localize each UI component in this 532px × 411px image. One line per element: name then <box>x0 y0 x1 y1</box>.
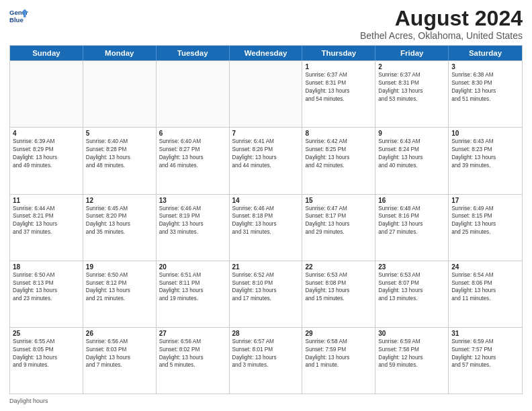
day-info: Sunrise: 6:42 AM Sunset: 8:25 PM Dayligh… <box>305 138 372 170</box>
day-info: Sunrise: 6:51 AM Sunset: 8:11 PM Dayligh… <box>159 271 226 304</box>
day-info: Sunrise: 6:38 AM Sunset: 8:30 PM Dayligh… <box>451 71 519 103</box>
day-number: 18 <box>13 263 80 271</box>
cal-header-cell: Sunday <box>10 46 83 60</box>
cal-header-cell: Friday <box>375 46 449 60</box>
cal-cell <box>10 61 83 127</box>
cal-cell <box>83 61 157 127</box>
cal-week-row: 18Sunrise: 6:50 AM Sunset: 8:13 PM Dayli… <box>10 261 522 327</box>
header: General Blue August 2024 Bethel Acres, O… <box>9 7 523 41</box>
cal-cell: 21Sunrise: 6:52 AM Sunset: 8:10 PM Dayli… <box>230 261 303 327</box>
day-number: 2 <box>378 63 445 71</box>
day-number: 24 <box>451 263 519 271</box>
day-number: 26 <box>86 330 153 337</box>
day-number: 4 <box>13 130 80 137</box>
day-number: 23 <box>378 263 445 271</box>
day-info: Sunrise: 6:56 AM Sunset: 8:02 PM Dayligh… <box>159 338 226 370</box>
cal-cell: 20Sunrise: 6:51 AM Sunset: 8:11 PM Dayli… <box>157 261 230 327</box>
cal-cell: 30Sunrise: 6:59 AM Sunset: 7:58 PM Dayli… <box>375 328 449 394</box>
day-info: Sunrise: 6:55 AM Sunset: 8:05 PM Dayligh… <box>13 338 80 370</box>
day-info: Sunrise: 6:48 AM Sunset: 8:16 PM Dayligh… <box>378 205 445 237</box>
day-number: 8 <box>305 130 372 137</box>
day-info: Sunrise: 6:50 AM Sunset: 8:13 PM Dayligh… <box>13 271 80 304</box>
cal-cell: 25Sunrise: 6:55 AM Sunset: 8:05 PM Dayli… <box>10 328 83 394</box>
cal-cell: 6Sunrise: 6:40 AM Sunset: 8:27 PM Daylig… <box>157 128 230 193</box>
day-number: 27 <box>159 330 226 337</box>
day-number: 10 <box>451 130 519 137</box>
cal-cell: 22Sunrise: 6:53 AM Sunset: 8:08 PM Dayli… <box>302 261 375 327</box>
cal-cell: 9Sunrise: 6:43 AM Sunset: 8:24 PM Daylig… <box>375 128 449 193</box>
day-number: 31 <box>451 330 519 337</box>
day-number: 16 <box>378 197 445 204</box>
cal-cell: 27Sunrise: 6:56 AM Sunset: 8:02 PM Dayli… <box>157 328 230 394</box>
day-info: Sunrise: 6:46 AM Sunset: 8:18 PM Dayligh… <box>232 205 300 237</box>
main-title: August 2024 <box>360 7 523 30</box>
day-number: 15 <box>305 197 372 204</box>
cal-cell: 29Sunrise: 6:58 AM Sunset: 7:59 PM Dayli… <box>302 328 375 394</box>
day-info: Sunrise: 6:53 AM Sunset: 8:08 PM Dayligh… <box>305 271 372 304</box>
cal-cell: 31Sunrise: 6:59 AM Sunset: 7:57 PM Dayli… <box>449 328 522 394</box>
day-number: 3 <box>451 63 519 71</box>
cal-cell: 1Sunrise: 6:37 AM Sunset: 8:31 PM Daylig… <box>302 61 375 127</box>
calendar: SundayMondayTuesdayWednesdayThursdayFrid… <box>9 45 523 394</box>
day-number: 9 <box>378 130 445 137</box>
day-number: 12 <box>86 197 153 204</box>
day-number: 19 <box>86 263 153 271</box>
cal-header-cell: Monday <box>83 46 157 60</box>
cal-cell: 5Sunrise: 6:40 AM Sunset: 8:28 PM Daylig… <box>83 128 157 193</box>
day-number: 30 <box>378 330 445 337</box>
day-number: 22 <box>305 263 372 271</box>
day-info: Sunrise: 6:44 AM Sunset: 8:21 PM Dayligh… <box>13 205 80 237</box>
day-info: Sunrise: 6:47 AM Sunset: 8:17 PM Dayligh… <box>305 205 372 237</box>
day-number: 5 <box>86 130 153 137</box>
logo-icon: General Blue <box>9 7 28 26</box>
logo: General Blue <box>9 7 28 26</box>
day-number: 6 <box>159 130 226 137</box>
day-number: 14 <box>232 197 300 204</box>
calendar-header-row: SundayMondayTuesdayWednesdayThursdayFrid… <box>10 46 522 60</box>
title-block: August 2024 Bethel Acres, Oklahoma, Unit… <box>360 7 523 41</box>
cal-cell <box>230 61 303 127</box>
cal-cell: 16Sunrise: 6:48 AM Sunset: 8:16 PM Dayli… <box>375 195 449 261</box>
cal-cell: 19Sunrise: 6:50 AM Sunset: 8:12 PM Dayli… <box>83 261 157 327</box>
cal-header-cell: Thursday <box>302 46 375 60</box>
cal-cell: 23Sunrise: 6:53 AM Sunset: 8:07 PM Dayli… <box>375 261 449 327</box>
day-number: 7 <box>232 130 300 137</box>
day-info: Sunrise: 6:58 AM Sunset: 7:59 PM Dayligh… <box>305 338 372 370</box>
day-number: 20 <box>159 263 226 271</box>
day-info: Sunrise: 6:37 AM Sunset: 8:31 PM Dayligh… <box>305 71 372 103</box>
day-info: Sunrise: 6:56 AM Sunset: 8:03 PM Dayligh… <box>86 338 153 370</box>
day-number: 29 <box>305 330 372 337</box>
cal-cell: 4Sunrise: 6:39 AM Sunset: 8:29 PM Daylig… <box>10 128 83 193</box>
day-number: 1 <box>305 63 372 71</box>
day-number: 21 <box>232 263 300 271</box>
cal-cell: 2Sunrise: 6:37 AM Sunset: 8:31 PM Daylig… <box>375 61 449 127</box>
day-info: Sunrise: 6:45 AM Sunset: 8:20 PM Dayligh… <box>86 205 153 237</box>
cal-cell: 11Sunrise: 6:44 AM Sunset: 8:21 PM Dayli… <box>10 195 83 261</box>
cal-cell: 12Sunrise: 6:45 AM Sunset: 8:20 PM Dayli… <box>83 195 157 261</box>
cal-cell: 7Sunrise: 6:41 AM Sunset: 8:26 PM Daylig… <box>230 128 303 193</box>
day-info: Sunrise: 6:50 AM Sunset: 8:12 PM Dayligh… <box>86 271 153 304</box>
day-number: 28 <box>232 330 300 337</box>
svg-text:Blue: Blue <box>9 16 24 24</box>
day-info: Sunrise: 6:54 AM Sunset: 8:06 PM Dayligh… <box>451 271 519 304</box>
day-info: Sunrise: 6:53 AM Sunset: 8:07 PM Dayligh… <box>378 271 445 304</box>
cal-header-cell: Wednesday <box>230 46 303 60</box>
day-info: Sunrise: 6:41 AM Sunset: 8:26 PM Dayligh… <box>232 138 300 170</box>
day-info: Sunrise: 6:59 AM Sunset: 7:58 PM Dayligh… <box>378 338 445 370</box>
cal-cell: 13Sunrise: 6:46 AM Sunset: 8:19 PM Dayli… <box>157 195 230 261</box>
cal-cell: 24Sunrise: 6:54 AM Sunset: 8:06 PM Dayli… <box>449 261 522 327</box>
day-info: Sunrise: 6:43 AM Sunset: 8:23 PM Dayligh… <box>451 138 519 170</box>
cal-week-row: 25Sunrise: 6:55 AM Sunset: 8:05 PM Dayli… <box>10 327 522 394</box>
cal-cell: 3Sunrise: 6:38 AM Sunset: 8:30 PM Daylig… <box>449 61 522 127</box>
subtitle: Bethel Acres, Oklahoma, United States <box>360 30 523 41</box>
day-number: 25 <box>13 330 80 337</box>
calendar-body: 1Sunrise: 6:37 AM Sunset: 8:31 PM Daylig… <box>10 60 522 394</box>
day-info: Sunrise: 6:52 AM Sunset: 8:10 PM Dayligh… <box>232 271 300 304</box>
page: General Blue August 2024 Bethel Acres, O… <box>0 0 532 411</box>
day-info: Sunrise: 6:46 AM Sunset: 8:19 PM Dayligh… <box>159 205 226 237</box>
cal-cell: 17Sunrise: 6:49 AM Sunset: 8:15 PM Dayli… <box>449 195 522 261</box>
day-info: Sunrise: 6:59 AM Sunset: 7:57 PM Dayligh… <box>451 338 519 370</box>
cal-cell: 18Sunrise: 6:50 AM Sunset: 8:13 PM Dayli… <box>10 261 83 327</box>
day-info: Sunrise: 6:40 AM Sunset: 8:28 PM Dayligh… <box>86 138 153 170</box>
day-number: 17 <box>451 197 519 204</box>
